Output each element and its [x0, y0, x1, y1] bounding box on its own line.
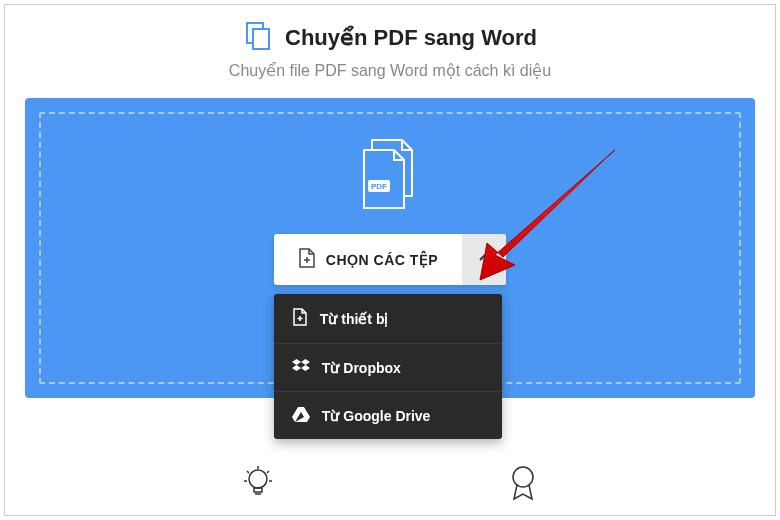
dropdown-item-device[interactable]: Từ thiết bị	[274, 294, 502, 344]
chevron-up-icon	[477, 251, 491, 269]
page-subtitle: Chuyển file PDF sang Word một cách kì di…	[25, 61, 755, 80]
select-files-button[interactable]: CHỌN CÁC TỆP	[274, 234, 462, 285]
select-files-button-group: CHỌN CÁC TỆP	[274, 234, 506, 285]
pdf-stack-icon: PDF	[358, 138, 422, 214]
app-frame: Chuyển PDF sang Word Chuyển file PDF san…	[4, 4, 776, 516]
svg-point-4	[249, 470, 267, 488]
dropzone[interactable]: PDF CHỌN CÁC TỆP	[25, 98, 755, 398]
dropdown-toggle[interactable]	[462, 234, 506, 285]
lightbulb-icon	[242, 465, 274, 507]
dropdown-item-label: Từ thiết bị	[320, 311, 389, 327]
source-dropdown: Từ thiết bị Từ Dropbox Từ Google Drive	[274, 294, 502, 439]
dropdown-item-label: Từ Dropbox	[322, 360, 401, 376]
file-select-wrap: CHỌN CÁC TỆP Từ thiết bị	[274, 234, 506, 285]
file-add-icon	[298, 248, 316, 271]
svg-rect-1	[253, 29, 269, 49]
file-icon	[292, 308, 308, 329]
google-drive-icon	[292, 406, 310, 425]
dropdown-item-label: Từ Google Drive	[322, 408, 431, 424]
svg-text:PDF: PDF	[371, 182, 387, 191]
copy-docs-icon	[243, 21, 273, 55]
page-title: Chuyển PDF sang Word	[285, 25, 537, 51]
dropbox-icon	[292, 358, 310, 377]
award-icon	[508, 465, 538, 507]
header: Chuyển PDF sang Word Chuyển file PDF san…	[25, 21, 755, 80]
bottom-icons	[5, 465, 775, 507]
dropdown-item-gdrive[interactable]: Từ Google Drive	[274, 392, 502, 439]
dropdown-item-dropbox[interactable]: Từ Dropbox	[274, 344, 502, 392]
dropzone-inner: PDF CHỌN CÁC TỆP	[39, 112, 741, 384]
svg-point-5	[513, 467, 533, 487]
select-files-label: CHỌN CÁC TỆP	[326, 252, 438, 268]
